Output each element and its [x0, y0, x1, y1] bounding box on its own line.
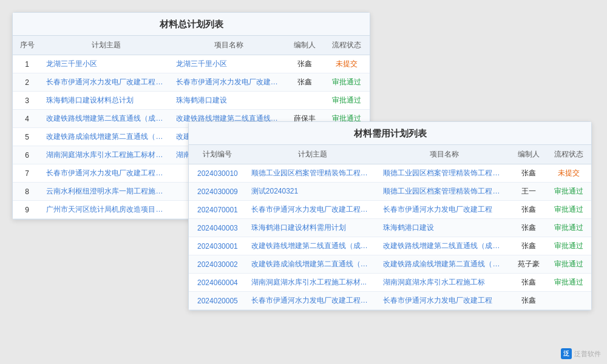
cell-theme[interactable]: 长春市伊通河水力发电厂改建工程合同材料... [41, 73, 171, 92]
cell-theme[interactable]: 改建铁路成渝线增建第二直通线（成渝枢纽... [41, 128, 171, 146]
cell-editor2: 张鑫 [510, 219, 547, 237]
cell-index: 6 [13, 146, 41, 164]
cell-index: 9 [13, 201, 41, 219]
table-row[interactable]: 2024030010 顺德工业园区档案管理精装饰工程（... 顺德工业园区档案管… [189, 164, 591, 183]
cell-project2[interactable]: 长春市伊通河水力发电厂改建工程 [378, 292, 510, 310]
cell-status: 审批通过 [324, 92, 370, 110]
cell-index: 8 [13, 183, 41, 201]
cell-index: 2 [13, 73, 41, 92]
table-row[interactable]: 2024030009 测试20240321 顺德工业园区档案管理精装饰工程（..… [189, 183, 591, 201]
cell-theme2[interactable]: 改建铁路成渝线增建第二直通线（成... [246, 255, 379, 274]
col-editor: 编制人 [286, 36, 324, 55]
main-panel-title: 材料总计划列表 [13, 13, 370, 36]
cell-code[interactable]: 2024030009 [189, 183, 246, 201]
cell-theme[interactable]: 广州市天河区统计局机房改造项目材料总计划 [41, 201, 171, 219]
watermark: 泛 泛普软件 [561, 348, 601, 359]
table-row[interactable]: 1 龙湖三千里小区 龙湖三千里小区 张鑫 未提交 [13, 55, 370, 73]
cell-project2[interactable]: 改建铁路线增建第二线直通线（成都... [378, 237, 510, 255]
cell-status2 [547, 292, 591, 310]
cell-theme2[interactable]: 顺德工业园区档案管理精装饰工程（... [246, 164, 379, 183]
table-row[interactable]: 2024020005 长春市伊通河水力发电厂改建工程材... 长春市伊通河水力发… [189, 292, 591, 310]
cell-project[interactable]: 长春市伊通河水力发电厂改建工程 [171, 73, 287, 92]
cell-status2: 审批通过 [547, 183, 591, 201]
cell-theme[interactable]: 珠海鹤港口建设材料总计划 [41, 92, 171, 110]
table-row[interactable]: 2024030002 改建铁路成渝线增建第二直通线（成... 改建铁路成渝线增建… [189, 255, 591, 274]
cell-code[interactable]: 2024030001 [189, 237, 246, 255]
cell-theme2[interactable]: 长春市伊通河水力发电厂改建工程材... [246, 292, 379, 310]
cell-theme2[interactable]: 珠海鹤港口建设材料需用计划 [246, 219, 379, 237]
cell-project[interactable]: 龙湖三千里小区 [171, 55, 287, 73]
cell-editor2: 张鑫 [510, 201, 547, 219]
cell-theme[interactable]: 云南水利枢纽澄明水库一期工程施工标材料... [41, 183, 171, 201]
secondary-table-header: 计划编号 计划主题 项目名称 编制人 流程状态 [189, 145, 591, 164]
cell-code[interactable]: 2024020005 [189, 292, 246, 310]
table-row[interactable]: 2024030001 改建铁路线增建第二线直通线（成都... 改建铁路线增建第二… [189, 237, 591, 255]
col-status: 流程状态 [324, 36, 370, 55]
cell-project2[interactable]: 顺德工业园区档案管理精装饰工程（... [378, 164, 510, 183]
table-row[interactable]: 2 长春市伊通河水力发电厂改建工程合同材料... 长春市伊通河水力发电厂改建工程… [13, 73, 370, 92]
cell-index: 1 [13, 55, 41, 73]
table-row[interactable]: 2024040003 珠海鹤港口建设材料需用计划 珠海鹤港口建设 张鑫 审批通过 [189, 219, 591, 237]
cell-code[interactable]: 2024030010 [189, 164, 246, 183]
main-table-header: 序号 计划主题 项目名称 编制人 流程状态 [13, 36, 370, 55]
cell-theme2[interactable]: 测试20240321 [246, 183, 379, 201]
col-status2: 流程状态 [547, 145, 591, 164]
table-row[interactable]: 2024060004 湖南洞庭湖水库引水工程施工标材... 湖南洞庭湖水库引水工… [189, 274, 591, 292]
cell-theme[interactable]: 长春市伊通河水力发电厂改建工程材料总计划 [41, 164, 171, 183]
cell-status2: 未提交 [547, 164, 591, 183]
cell-editor2: 张鑫 [510, 164, 547, 183]
cell-index: 3 [13, 92, 41, 110]
cell-status: 未提交 [324, 55, 370, 73]
col-editor2: 编制人 [510, 145, 547, 164]
cell-status2: 审批通过 [547, 201, 591, 219]
cell-editor2: 张鑫 [510, 274, 547, 292]
cell-project2[interactable]: 改建铁路成渝线增建第二直通线（成... [378, 255, 510, 274]
cell-code[interactable]: 2024070001 [189, 201, 246, 219]
cell-index: 4 [13, 110, 41, 128]
col-theme2: 计划主题 [246, 145, 379, 164]
cell-code[interactable]: 2024040003 [189, 219, 246, 237]
col-theme: 计划主题 [41, 36, 171, 55]
cell-theme2[interactable]: 湖南洞庭湖水库引水工程施工标材... [246, 274, 379, 292]
col-index: 序号 [13, 36, 41, 55]
table-row[interactable]: 3 珠海鹤港口建设材料总计划 珠海鹤港口建设 审批通过 [13, 92, 370, 110]
secondary-plan-table: 计划编号 计划主题 项目名称 编制人 流程状态 2024030010 顺德工业园… [189, 145, 591, 310]
cell-editor2: 张鑫 [510, 237, 547, 255]
secondary-panel-title: 材料需用计划列表 [189, 122, 591, 145]
secondary-plan-panel: 材料需用计划列表 计划编号 计划主题 项目名称 编制人 流程状态 2024030… [188, 121, 592, 311]
cell-status2: 审批通过 [547, 219, 591, 237]
cell-editor [286, 92, 324, 110]
cell-theme[interactable]: 龙湖三千里小区 [41, 55, 171, 73]
watermark-icon: 泛 [561, 348, 572, 359]
cell-editor: 张鑫 [286, 73, 324, 92]
cell-project[interactable]: 珠海鹤港口建设 [171, 92, 287, 110]
cell-project2[interactable]: 长春市伊通河水力发电厂改建工程 [378, 201, 510, 219]
cell-code[interactable]: 2024030002 [189, 255, 246, 274]
cell-status2: 审批通过 [547, 255, 591, 274]
cell-code[interactable]: 2024060004 [189, 274, 246, 292]
cell-status2: 审批通过 [547, 237, 591, 255]
cell-theme2[interactable]: 长春市伊通河水力发电厂改建工程合... [246, 201, 379, 219]
cell-theme[interactable]: 湖南洞庭湖水库引水工程施工标材料总计划 [41, 146, 171, 164]
cell-editor2: 苑子豪 [510, 255, 547, 274]
cell-index: 7 [13, 164, 41, 183]
col-project: 项目名称 [171, 36, 287, 55]
col-project2: 项目名称 [378, 145, 510, 164]
cell-editor2: 张鑫 [510, 292, 547, 310]
table-row[interactable]: 2024070001 长春市伊通河水力发电厂改建工程合... 长春市伊通河水力发… [189, 201, 591, 219]
cell-status: 审批通过 [324, 73, 370, 92]
cell-project2[interactable]: 珠海鹤港口建设 [378, 219, 510, 237]
col-code: 计划编号 [189, 145, 246, 164]
cell-theme2[interactable]: 改建铁路线增建第二线直通线（成都... [246, 237, 379, 255]
cell-index: 5 [13, 128, 41, 146]
cell-project2[interactable]: 顺德工业园区档案管理精装饰工程（... [378, 183, 510, 201]
cell-theme[interactable]: 改建铁路线增建第二线直通线（成都-西安）... [41, 110, 171, 128]
watermark-text: 泛普软件 [574, 349, 601, 359]
cell-editor2: 王一 [510, 183, 547, 201]
cell-editor: 张鑫 [286, 55, 324, 73]
cell-status2: 审批通过 [547, 274, 591, 292]
cell-project2[interactable]: 湖南洞庭湖水库引水工程施工标 [378, 274, 510, 292]
